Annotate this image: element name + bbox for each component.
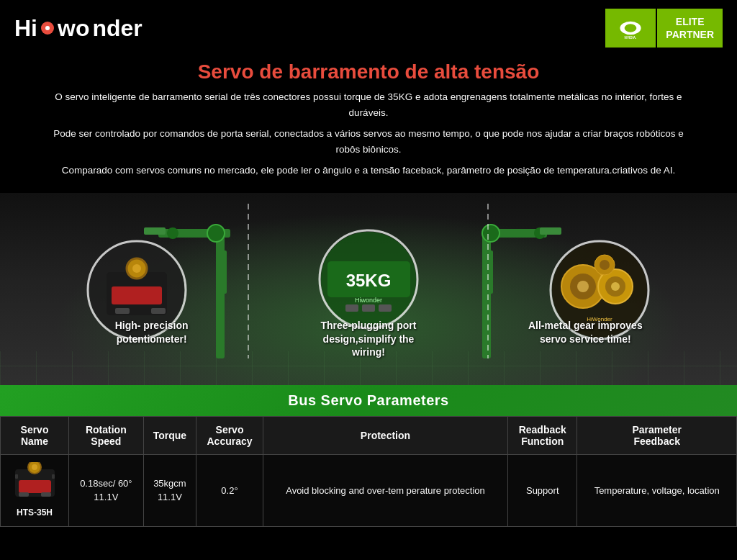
robot-svg: 35KG Hiwonder HiWonder	[0, 193, 737, 416]
logo-suffix: wo	[58, 15, 89, 42]
col-header-feedback: ParameterFeedback	[577, 416, 737, 454]
col-header-torque: Torque	[143, 416, 196, 454]
col-header-protection: Protection	[263, 416, 507, 454]
desc2: Pode ser controlado por comandos de port…	[45, 126, 692, 157]
feature2: Three-plugging port design,simplify the …	[297, 319, 440, 358]
table-row: HTS-35H 0.18sec/ 60° 11.1V 35kgcm 11.1V …	[1, 454, 737, 526]
svg-rect-9	[144, 227, 166, 235]
feature1: High- precision potentiometer!	[80, 319, 224, 358]
green-banner: Bus Servo Parameters	[0, 385, 737, 416]
table-header-row: ServoName RotationSpeed Torque ServoAccu…	[1, 416, 737, 454]
svg-point-13	[482, 225, 499, 242]
col-header-accuracy: ServoAccuracy	[196, 416, 263, 454]
svg-text:Hiwonder: Hiwonder	[355, 297, 382, 304]
servo-image-icon	[12, 462, 58, 502]
nvidia-logo-icon: NVIDIA.	[612, 14, 648, 42]
cell-feedback: Temperature, voltage, location	[577, 454, 737, 526]
svg-point-42	[611, 282, 620, 291]
params-table: ServoName RotationSpeed Torque ServoAccu…	[0, 416, 737, 527]
svg-rect-50	[19, 492, 29, 497]
logo-ender: nder	[92, 15, 142, 42]
table-section: ServoName RotationSpeed Torque ServoAccu…	[0, 416, 737, 527]
svg-rect-22	[112, 286, 162, 304]
feature3: All-metal gear improves servo service ti…	[513, 319, 657, 358]
svg-point-7	[207, 225, 225, 242]
feature2-label: Three-plugging port design,simplify the …	[311, 319, 426, 358]
svg-point-24	[132, 264, 141, 273]
robot-area: 35KG Hiwonder HiWonder High- precision p…	[0, 193, 737, 416]
desc3: Comparado com servos comuns no mercado, …	[45, 163, 692, 179]
svg-point-49	[32, 464, 37, 470]
logo: Hiwonder	[14, 15, 143, 42]
svg-rect-32	[345, 304, 358, 312]
title-section: Servo de barramento de alta tensão O ser…	[0, 55, 737, 193]
feature3-label: All-metal gear improves servo service ti…	[528, 319, 643, 345]
cell-protection: Avoid blocking and over-tem perature pro…	[263, 454, 507, 526]
cell-readback: Support	[508, 454, 577, 526]
svg-point-39	[577, 281, 589, 292]
logo-dot-icon	[41, 22, 54, 35]
servo-img-cell: HTS-35H	[6, 462, 63, 519]
feature1-label: High- precision potentiometer!	[94, 319, 209, 345]
desc1: O servo inteligente de barramento serial…	[45, 89, 692, 120]
svg-point-8	[167, 227, 178, 239]
col-header-rotation-speed: RotationSpeed	[69, 416, 144, 454]
features-row: High- precision potentiometer! Three-plu…	[0, 319, 737, 358]
svg-rect-53	[52, 474, 55, 479]
svg-point-2	[625, 24, 637, 32]
header: Hiwonder NVIDIA. ELITE PARTNER	[0, 0, 737, 55]
cell-rotation-speed: 0.18sec/ 60° 11.1V	[69, 454, 144, 526]
cell-torque: 35kgcm 11.1V	[143, 454, 196, 526]
col-header-readback: ReadbackFunction	[508, 416, 577, 454]
svg-rect-47	[19, 480, 51, 493]
nvidia-badge: NVIDIA.	[605, 9, 656, 48]
col-header-servo-name: ServoName	[1, 416, 69, 454]
svg-rect-10	[220, 250, 227, 294]
servo-name-label: HTS-35H	[17, 506, 53, 519]
svg-rect-51	[41, 492, 51, 497]
svg-rect-34	[379, 304, 392, 312]
svg-text:NVIDIA.: NVIDIA.	[625, 36, 637, 40]
nvidia-area: NVIDIA. ELITE PARTNER	[605, 9, 723, 48]
svg-rect-33	[362, 304, 375, 312]
svg-rect-25	[115, 308, 130, 314]
svg-text:35KG: 35KG	[346, 271, 392, 290]
elite-line1: ELITE	[676, 15, 705, 28]
main-title: Servo de barramento de alta tensão	[22, 60, 715, 83]
logo-hi: Hi	[14, 15, 37, 42]
svg-rect-16	[486, 250, 493, 294]
green-banner-text: Bus Servo Parameters	[288, 392, 448, 408]
svg-rect-26	[151, 308, 166, 314]
elite-line2: PARTNER	[666, 28, 714, 41]
svg-rect-15	[540, 227, 561, 235]
cell-servo-name: HTS-35H	[1, 454, 69, 526]
elite-badge: ELITE PARTNER	[656, 9, 723, 48]
cell-accuracy: 0.2°	[196, 454, 263, 526]
svg-rect-52	[15, 474, 18, 479]
svg-point-44	[600, 260, 610, 270]
